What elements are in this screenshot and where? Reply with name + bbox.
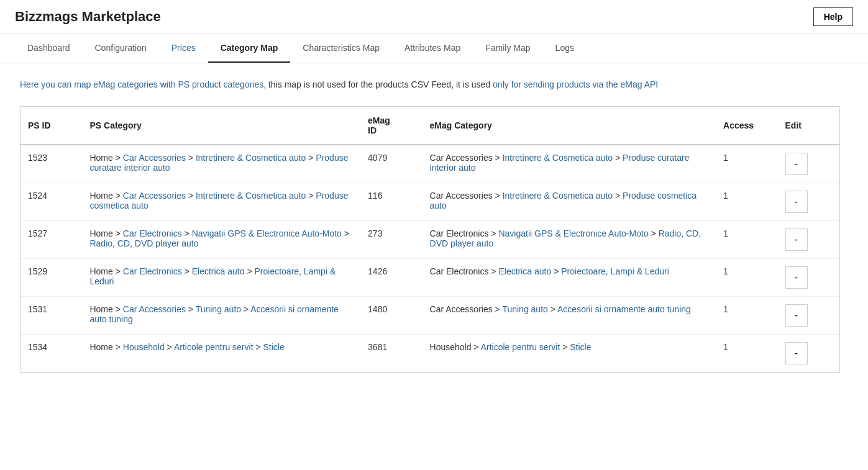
edit-button[interactable]: - (785, 304, 808, 327)
cell-access: 1 (716, 221, 777, 259)
nav-configuration[interactable]: Configuration (83, 34, 159, 63)
nav-category-map[interactable]: Category Map (208, 34, 291, 63)
cell-edit: - (778, 221, 840, 259)
edit-button[interactable]: - (785, 266, 808, 289)
cell-emagid: 3681 (360, 335, 422, 373)
cell-pscategory: Home > Car Electronics > Electrica auto … (82, 259, 360, 297)
cell-emagid: 273 (360, 221, 422, 259)
cell-emagcategory: Car Electronics > Electrica auto > Proie… (423, 259, 716, 297)
cell-edit: - (778, 145, 840, 183)
info-text: Here you can map eMag categories with PS… (20, 78, 828, 91)
nav-dashboard[interactable]: Dashboard (15, 34, 83, 63)
edit-button[interactable]: - (785, 228, 808, 251)
table-row: 1534 Home > Household > Articole pentru … (21, 335, 839, 373)
cell-pscategory: Home > Car Accessories > Tuning auto > A… (82, 297, 360, 335)
col-header-pscategory: PS Category (82, 107, 360, 145)
cell-emagid: 1480 (360, 297, 422, 335)
cell-pscategory: Home > Car Accessories > Intretinere & C… (82, 145, 360, 183)
cell-access: 1 (716, 145, 777, 183)
cell-emagid: 4079 (360, 145, 422, 183)
col-header-emagcategory: eMag Category (423, 107, 716, 145)
cell-pscategory: Home > Car Accessories > Intretinere & C… (82, 183, 360, 221)
table-row: 1527 Home > Car Electronics > Navigatii … (21, 221, 839, 259)
table-row: 1523 Home > Car Accessories > Intretiner… (21, 145, 839, 183)
cell-psid: 1524 (21, 183, 82, 221)
cell-access: 1 (716, 335, 777, 373)
cell-emagid: 116 (360, 183, 422, 221)
cell-pscategory: Home > Household > Articole pentru servi… (82, 335, 360, 373)
cell-access: 1 (716, 297, 777, 335)
nav-attributes-map[interactable]: Attributes Map (392, 34, 473, 63)
cell-emagcategory: Car Electronics > Navigatii GPS & Electr… (423, 221, 716, 259)
app-title: Bizzmags Marketplace (15, 9, 161, 25)
table-header-row: PS ID PS Category eMagID eMag Category A… (21, 107, 839, 145)
cell-emagid: 1426 (360, 259, 422, 297)
header: Bizzmags Marketplace Help (0, 0, 868, 34)
cell-access: 1 (716, 259, 777, 297)
cell-edit: - (778, 259, 840, 297)
page-content: Here you can map eMag categories with PS… (0, 63, 868, 388)
col-header-access: Access (716, 107, 777, 145)
cell-edit: - (778, 297, 840, 335)
edit-button[interactable]: - (785, 153, 808, 175)
nav-characteristics-map[interactable]: Characteristics Map (290, 34, 392, 63)
info-text-content: Here you can map eMag categories with PS… (20, 79, 658, 89)
table-row: 1524 Home > Car Accessories > Intretiner… (21, 183, 839, 221)
cell-psid: 1527 (21, 221, 82, 259)
category-map-table: PS ID PS Category eMagID eMag Category A… (21, 107, 839, 373)
col-header-edit: Edit (778, 107, 840, 145)
table-row: 1531 Home > Car Accessories > Tuning aut… (21, 297, 839, 335)
cell-emagcategory: Car Accessories > Intretinere & Cosmetic… (423, 145, 716, 183)
cell-edit: - (778, 335, 840, 373)
cell-psid: 1529 (21, 259, 82, 297)
help-button[interactable]: Help (813, 7, 853, 26)
col-header-psid: PS ID (21, 107, 82, 145)
cell-psid: 1523 (21, 145, 82, 183)
table-row: 1529 Home > Car Electronics > Electrica … (21, 259, 839, 297)
edit-button[interactable]: - (785, 342, 808, 364)
cell-psid: 1534 (21, 335, 82, 373)
nav-family-map[interactable]: Family Map (473, 34, 542, 63)
cell-psid: 1531 (21, 297, 82, 335)
main-nav: Dashboard Configuration Prices Category … (0, 34, 868, 63)
category-map-table-container: PS ID PS Category eMagID eMag Category A… (20, 106, 840, 373)
cell-access: 1 (716, 183, 777, 221)
cell-emagcategory: Household > Articole pentru servit > Sti… (423, 335, 716, 373)
cell-edit: - (778, 183, 840, 221)
col-header-emagid: eMagID (360, 107, 422, 145)
edit-button[interactable]: - (785, 191, 808, 213)
nav-logs[interactable]: Logs (543, 34, 587, 63)
cell-emagcategory: Car Accessories > Tuning auto > Accesori… (423, 297, 716, 335)
cell-emagcategory: Car Accessories > Intretinere & Cosmetic… (423, 183, 716, 221)
cell-pscategory: Home > Car Electronics > Navigatii GPS &… (82, 221, 360, 259)
nav-prices[interactable]: Prices (159, 34, 208, 63)
